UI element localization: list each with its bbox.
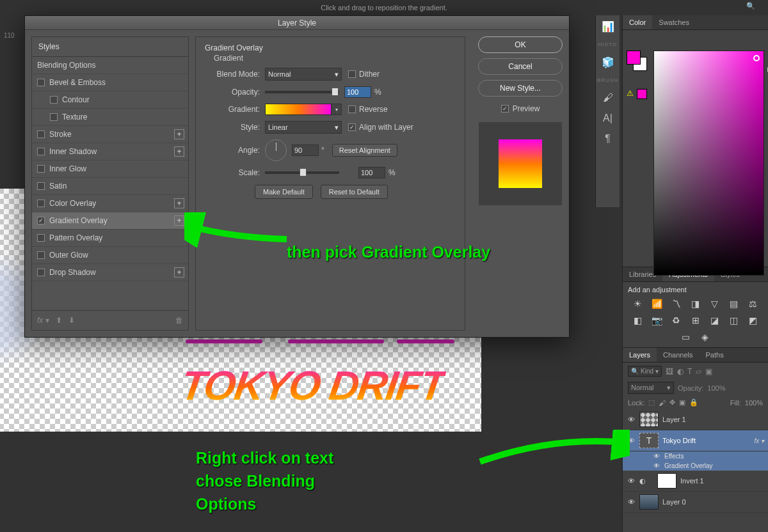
style-item-stroke[interactable]: Stroke+ <box>32 126 188 143</box>
layer-effect-gradient-overlay[interactable]: 👁Gradient Overlay <box>623 461 768 471</box>
angle-field[interactable] <box>292 145 319 156</box>
layer-opacity-value[interactable]: 100% <box>707 384 725 392</box>
color-picker-ring[interactable] <box>753 55 760 61</box>
3d-icon[interactable]: 🧊 <box>602 56 614 68</box>
invert-icon[interactable]: ◪ <box>708 315 721 325</box>
color-spectrum[interactable] <box>653 51 764 276</box>
trash-icon[interactable]: 🗑 <box>175 316 183 325</box>
style-item-color-overlay[interactable]: Color Overlay+ <box>32 195 188 212</box>
add-effect-icon[interactable]: + <box>174 129 184 139</box>
reset-alignment-button[interactable]: Reset Alignment <box>332 144 397 157</box>
layer-filter-kind[interactable]: 🔍Kind ▾ <box>628 366 662 377</box>
checkbox-icon[interactable] <box>37 148 45 155</box>
style-item-texture[interactable]: Texture <box>32 109 188 126</box>
paragraph-icon[interactable]: ¶ <box>605 133 611 145</box>
style-item-satin[interactable]: Satin <box>32 178 188 195</box>
visibility-icon[interactable]: 👁 <box>627 477 636 485</box>
style-item-drop-shadow[interactable]: Drop Shadow+ <box>32 264 188 281</box>
fill-value[interactable]: 100% <box>745 399 763 407</box>
layer-layer-0[interactable]: 👁Layer 0 <box>623 492 768 513</box>
lock-all-icon[interactable]: 🔒 <box>689 398 698 407</box>
gradient-map-icon[interactable]: ▭ <box>680 332 692 342</box>
add-effect-icon[interactable]: + <box>174 215 184 226</box>
checkbox-icon[interactable] <box>37 130 45 138</box>
align-checkbox[interactable]: Align with Layer <box>348 123 413 132</box>
style-item-contour[interactable]: Contour <box>32 91 188 109</box>
checkbox-icon[interactable] <box>37 269 45 276</box>
filter-shape-icon[interactable]: ▱ <box>696 367 701 376</box>
exposure-icon[interactable]: ◨ <box>689 299 702 309</box>
checkbox-icon[interactable] <box>50 113 58 121</box>
posterize-icon[interactable]: ◫ <box>728 315 740 325</box>
move-up-icon[interactable]: ⬆ <box>56 316 62 325</box>
filter-adjust-icon[interactable]: ◐ <box>677 367 684 376</box>
checkbox-icon[interactable] <box>37 79 45 86</box>
checkbox-icon[interactable] <box>37 182 45 190</box>
lut-icon[interactable]: ⊞ <box>689 315 702 325</box>
visibility-icon[interactable]: 👁 <box>653 462 661 469</box>
lock-position-icon[interactable]: ✥ <box>669 398 675 407</box>
closest-color-swatch[interactable] <box>637 89 647 99</box>
tab-layers[interactable]: Layers <box>623 348 657 362</box>
visibility-icon[interactable]: 👁 <box>653 453 661 460</box>
filter-type-icon[interactable]: T <box>687 367 692 376</box>
style-item-gradient-overlay[interactable]: Gradient Overlay+ <box>32 212 188 230</box>
tab-paths[interactable]: Paths <box>700 348 730 362</box>
hue-icon[interactable]: ▤ <box>728 299 740 309</box>
checkbox-icon[interactable] <box>50 96 58 104</box>
dither-checkbox[interactable]: Dither <box>348 70 380 79</box>
opacity-field[interactable] <box>344 86 371 98</box>
angle-dial[interactable] <box>265 139 287 161</box>
layer-invert-1[interactable]: 👁◐ Invert 1 <box>623 471 768 492</box>
fx-menu-icon[interactable]: fx ▾ <box>37 316 49 325</box>
curves-icon[interactable]: 〽 <box>670 299 683 309</box>
levels-icon[interactable]: 📶 <box>651 299 664 309</box>
blending-options-item[interactable]: Blending Options <box>32 57 188 74</box>
new-style-button[interactable]: New Style... <box>478 80 563 97</box>
style-select[interactable]: Linear▾ <box>265 121 342 134</box>
layer-layer-1[interactable]: 👁Layer 1 <box>623 409 768 430</box>
tab-channels[interactable]: Channels <box>657 348 699 362</box>
filter-pixel-icon[interactable]: 🖼 <box>666 367 673 376</box>
visibility-icon[interactable]: 👁 <box>627 416 636 423</box>
gradient-swatch[interactable] <box>265 104 332 115</box>
threshold-icon[interactable]: ◩ <box>747 315 760 325</box>
brightness-icon[interactable]: ☀ <box>632 299 644 309</box>
foreground-color-swatch[interactable] <box>627 51 641 65</box>
tab-color[interactable]: Color <box>623 15 652 29</box>
selective-icon[interactable]: ◈ <box>699 332 712 342</box>
search-icon[interactable]: 🔍 <box>746 2 755 10</box>
add-effect-icon[interactable]: + <box>174 267 184 278</box>
make-default-button[interactable]: Make Default <box>255 185 313 199</box>
gradient-dropdown-icon[interactable]: ▾ <box>332 104 342 115</box>
history-icon[interactable]: 📊 <box>602 20 614 33</box>
fx-indicator[interactable]: fx ▾ <box>754 437 764 444</box>
move-down-icon[interactable]: ⬇ <box>68 316 75 325</box>
canvas-text-tokyo-drift[interactable]: TOKYO DRIFT <box>178 362 447 409</box>
checkbox-icon[interactable] <box>37 234 45 242</box>
reset-to-default-button[interactable]: Reset to Default <box>321 185 388 199</box>
channel-mixer-icon[interactable]: ♻ <box>670 315 683 325</box>
layer-effect-effects[interactable]: 👁Effects <box>623 451 768 461</box>
character-icon[interactable]: A| <box>603 113 612 124</box>
checkbox-icon[interactable] <box>37 199 45 207</box>
gamut-warning-icon[interactable]: ⚠ <box>627 89 634 98</box>
brushes-icon[interactable]: 🖌 <box>603 92 613 104</box>
filter-smart-icon[interactable]: ▣ <box>705 367 712 376</box>
photo-filter-icon[interactable]: 📷 <box>651 315 664 325</box>
checkbox-icon[interactable] <box>37 165 45 173</box>
blend-mode-select[interactable]: Normal▾ <box>265 68 342 81</box>
scale-field[interactable] <box>358 167 385 178</box>
scale-slider[interactable] <box>265 171 339 174</box>
layer-blend-mode[interactable]: Normal▾ <box>628 382 674 394</box>
vibrance-icon[interactable]: ▽ <box>708 299 721 309</box>
visibility-icon[interactable]: 👁 <box>627 498 636 506</box>
balance-icon[interactable]: ⚖ <box>747 299 760 309</box>
add-effect-icon[interactable]: + <box>174 198 184 208</box>
checkbox-icon[interactable] <box>37 251 45 259</box>
bw-icon[interactable]: ◧ <box>632 315 644 325</box>
style-item-inner-shadow[interactable]: Inner Shadow+ <box>32 143 188 160</box>
opacity-slider[interactable] <box>265 91 339 93</box>
checkbox-icon[interactable] <box>37 217 45 224</box>
style-item-outer-glow[interactable]: Outer Glow <box>32 247 188 264</box>
